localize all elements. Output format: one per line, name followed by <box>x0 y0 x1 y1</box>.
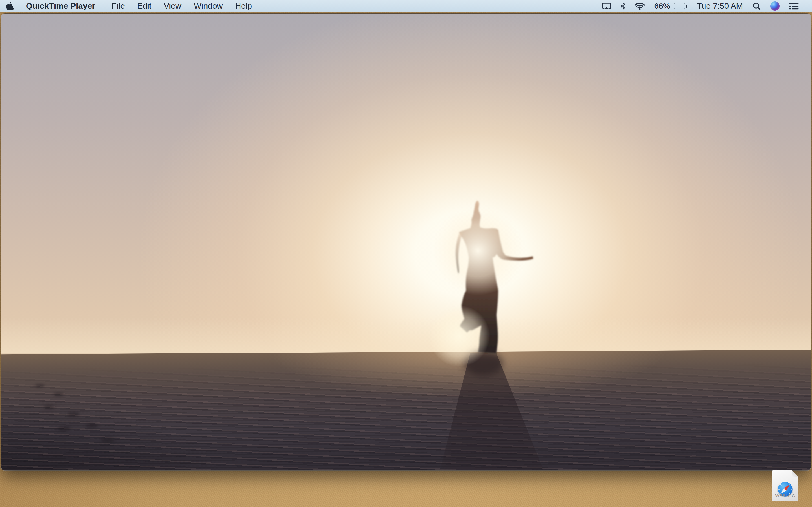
status-bar: 66% Tue 7:50 AM <box>597 0 812 12</box>
airplay-menu[interactable] <box>597 0 616 12</box>
wifi-icon <box>635 2 645 10</box>
menu-view[interactable]: View <box>158 0 188 12</box>
menu-bar-left: QuickTime Player File Edit View Window H… <box>0 0 258 12</box>
spotlight-menu[interactable] <box>748 0 765 12</box>
notification-list-icon <box>789 3 799 10</box>
menu-help[interactable]: Help <box>229 0 258 12</box>
menu-edit[interactable]: Edit <box>131 0 158 12</box>
menu-file[interactable]: File <box>105 0 131 12</box>
spotlight-search-icon <box>753 2 761 10</box>
scene-horizon-haze <box>1 318 811 353</box>
scene-sand-ground <box>1 350 811 470</box>
menu-bar-clock[interactable]: Tue 7:50 AM <box>692 0 748 12</box>
page-fold-corner <box>792 470 798 476</box>
webloc-type-label: WEBLOC <box>772 493 798 498</box>
apple-menu[interactable] <box>0 0 20 12</box>
siri-menu[interactable] <box>765 0 784 12</box>
sun-glow-horizon <box>418 295 500 377</box>
airplay-display-icon <box>602 3 611 10</box>
menu-bar: QuickTime Player File Edit View Window H… <box>0 0 812 12</box>
wifi-menu[interactable] <box>630 0 650 12</box>
desktop-icon-webloc[interactable]: WEBLOC <box>771 470 799 504</box>
battery-menu[interactable]: 66% <box>650 0 692 12</box>
desktop: QuickTime Player File Edit View Window H… <box>0 0 812 507</box>
battery-icon <box>673 3 686 9</box>
webloc-file-page: WEBLOC <box>772 470 798 501</box>
notification-center-menu[interactable] <box>784 0 804 12</box>
sand-ripples-fine <box>1 350 811 470</box>
siri-icon <box>770 1 779 11</box>
bluetooth-icon <box>621 2 625 10</box>
sun-glow-core <box>414 189 541 313</box>
bluetooth-menu[interactable] <box>616 0 630 12</box>
app-menu-title[interactable]: QuickTime Player <box>20 0 101 12</box>
quicktime-video-window[interactable] <box>1 13 811 470</box>
battery-nub <box>686 5 687 8</box>
menu-window[interactable]: Window <box>188 0 229 12</box>
apple-icon <box>6 2 13 10</box>
battery-percent: 66% <box>654 2 670 11</box>
